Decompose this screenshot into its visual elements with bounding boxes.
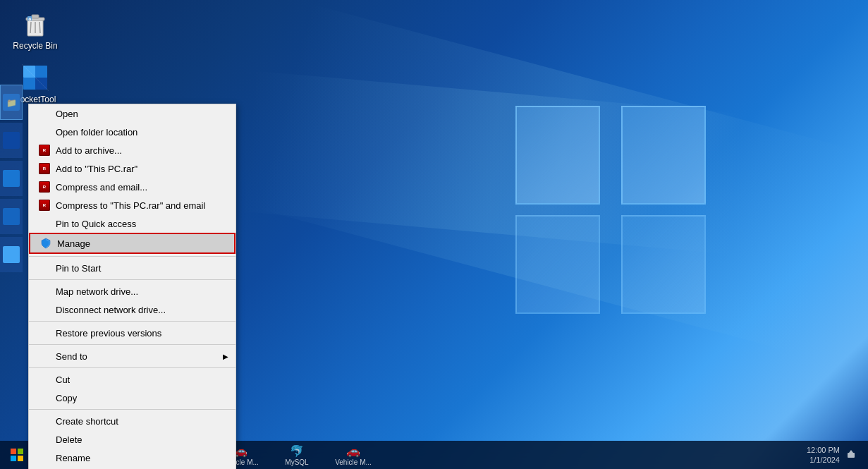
- menu-label-add-to-archive: Add to archive...: [56, 145, 122, 156]
- selected-icon-this-pc[interactable]: [0, 85, 23, 120]
- desktop-icon-recycle-bin[interactable]: ♻ Recycle Bin: [7, 7, 63, 54]
- menu-item-open-folder-location[interactable]: Open folder location: [29, 123, 236, 141]
- taskbar-item-icon-mysql: 🐬: [290, 444, 304, 458]
- menu-icon-map-network: [37, 286, 51, 297]
- menu-separator-6: [29, 409, 236, 410]
- svg-marker-31: [849, 450, 853, 453]
- menu-icon-create-shortcut: [37, 415, 51, 427]
- menu-label-send-to: Send to: [56, 351, 87, 362]
- svg-rect-22: [11, 456, 16, 461]
- taskbar-item-mysql[interactable]: 🐬 MySQL: [269, 441, 325, 469]
- socket-tool-icon: [21, 63, 49, 92]
- recycle-bin-icon: ♻: [21, 10, 49, 38]
- menu-label-pin-to-start: Pin to Start: [56, 263, 101, 274]
- svg-rect-30: [848, 453, 855, 458]
- menu-item-cut[interactable]: Cut: [29, 370, 236, 389]
- menu-icon-disconnect-network: [37, 304, 51, 315]
- menu-label-add-to-this-pc-rar: Add to "This PC.rar": [56, 164, 137, 174]
- menu-item-compress-this-pc-email[interactable]: R Compress to "This PC.rar" and email: [29, 196, 236, 214]
- clock-date: 1/1/2024: [807, 455, 840, 465]
- menu-item-restore-previous[interactable]: Restore previous versions: [29, 324, 236, 342]
- svg-rect-11: [23, 78, 35, 90]
- menu-item-delete[interactable]: Delete: [29, 430, 236, 449]
- menu-icon-pin-quick-access: [37, 218, 51, 229]
- menu-label-disconnect-network-drive: Disconnect network drive...: [56, 305, 166, 315]
- menu-icon-compress-this-pc-email: R: [37, 200, 51, 211]
- menu-item-rename[interactable]: Rename: [29, 449, 236, 467]
- menu-label-delete: Delete: [56, 434, 82, 445]
- menu-label-manage: Manage: [57, 238, 90, 249]
- svg-line-5: [39, 22, 40, 33]
- taskbar-item-icon-vehicle-2: 🚗: [346, 444, 360, 458]
- svg-rect-18: [3, 208, 20, 225]
- svg-rect-17: [3, 170, 20, 187]
- menu-item-pin-to-start[interactable]: Pin to Start: [29, 259, 236, 277]
- svg-rect-23: [18, 456, 23, 461]
- menu-icon-rename: [37, 452, 51, 463]
- svg-rect-21: [18, 449, 23, 454]
- menu-label-compress-this-pc-email: Compress to "This PC.rar" and email: [56, 200, 205, 211]
- svg-rect-2: [32, 15, 39, 18]
- menu-separator-4: [29, 344, 236, 345]
- menu-icon-add-archive: R: [37, 145, 51, 156]
- system-clock[interactable]: 12:00 PM 1/1/2024: [807, 445, 840, 465]
- menu-label-restore-previous: Restore previous versions: [56, 328, 161, 339]
- menu-item-map-network-drive[interactable]: Map network drive...: [29, 282, 236, 300]
- menu-label-cut: Cut: [56, 374, 70, 385]
- menu-label-pin-quick-access: Pin to Quick access: [56, 219, 136, 229]
- svg-rect-16: [3, 132, 20, 149]
- menu-icon-copy: [37, 392, 51, 403]
- menu-separator-2: [29, 279, 236, 280]
- menu-separator-3: [29, 321, 236, 322]
- menu-item-copy[interactable]: Copy: [29, 389, 236, 407]
- menu-item-manage[interactable]: Manage: [29, 233, 236, 254]
- svg-rect-10: [35, 66, 47, 78]
- menu-label-map-network-drive: Map network drive...: [56, 286, 138, 297]
- svg-line-3: [30, 22, 31, 33]
- send-to-arrow-icon: ▶: [223, 353, 228, 360]
- menu-item-add-to-archive[interactable]: R Add to archive...: [29, 141, 236, 159]
- context-menu: Open Open folder location R Add to archi…: [28, 104, 236, 469]
- menu-label-compress-email: Compress and email...: [56, 182, 147, 193]
- menu-icon-delete: [37, 434, 51, 445]
- start-button[interactable]: [3, 441, 31, 469]
- taskbar-item-label-vehicle-2: Vehicle M...: [335, 458, 372, 466]
- menu-icon-open: [37, 108, 51, 119]
- menu-item-send-to[interactable]: Send to ▶: [29, 347, 236, 365]
- menu-item-add-to-this-pc-rar[interactable]: R Add to "This PC.rar": [29, 159, 236, 178]
- menu-icon-pin-to-start: [37, 262, 51, 274]
- menu-icon-restore-previous: [37, 327, 51, 339]
- menu-item-disconnect-network-drive[interactable]: Disconnect network drive...: [29, 300, 236, 319]
- menu-icon-add-this-pc: R: [37, 163, 51, 174]
- notification-button[interactable]: [843, 446, 860, 463]
- taskbar-item-label-mysql: MySQL: [285, 458, 308, 466]
- svg-rect-19: [3, 246, 20, 263]
- menu-icon-cut: [37, 374, 51, 385]
- menu-label-open: Open: [56, 109, 78, 119]
- menu-icon-compress-email: R: [37, 181, 51, 193]
- menu-icon-manage: [39, 238, 53, 249]
- menu-label-open-folder-location: Open folder location: [56, 127, 137, 138]
- menu-item-compress-email[interactable]: R Compress and email...: [29, 178, 236, 196]
- windows-logo: [515, 106, 727, 331]
- menu-icon-send-to: [37, 351, 51, 362]
- menu-label-copy: Copy: [56, 393, 77, 403]
- menu-separator-5: [29, 367, 236, 368]
- menu-label-create-shortcut: Create shortcut: [56, 416, 118, 427]
- menu-separator-1: [29, 256, 236, 257]
- menu-icon-open-folder-location: [37, 126, 51, 138]
- system-tray: 12:00 PM 1/1/2024: [807, 445, 865, 465]
- start-icon: [11, 449, 23, 461]
- menu-item-open[interactable]: Open: [29, 104, 236, 123]
- menu-item-pin-quick-access[interactable]: Pin to Quick access: [29, 214, 236, 233]
- menu-item-create-shortcut[interactable]: Create shortcut: [29, 412, 236, 430]
- taskbar-item-vehicle-m-2[interactable]: 🚗 Vehicle M...: [325, 441, 381, 469]
- recycle-bin-label: Recycle Bin: [13, 41, 57, 51]
- svg-rect-20: [11, 449, 16, 454]
- notification-icon: [846, 450, 856, 460]
- menu-label-rename: Rename: [56, 453, 90, 463]
- clock-time: 12:00 PM: [807, 445, 840, 455]
